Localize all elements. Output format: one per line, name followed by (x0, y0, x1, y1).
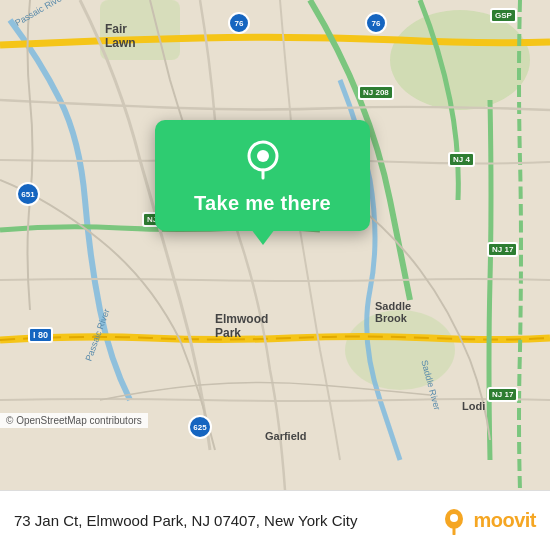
route-651-badge: 651 (16, 182, 40, 206)
moovit-logo: moovit (440, 507, 536, 535)
take-me-there-button[interactable]: Take me there (194, 190, 331, 217)
location-pin-icon (241, 138, 285, 182)
nj-4-badge: NJ 4 (448, 152, 475, 167)
svg-point-1 (390, 10, 530, 110)
moovit-pin-icon (440, 507, 468, 535)
moovit-logo-text: moovit (473, 509, 536, 532)
route-76-badge-left: 76 (228, 12, 250, 34)
gsp-badge: GSP (490, 8, 517, 23)
route-625-badge: 625 (188, 415, 212, 439)
svg-rect-3 (100, 0, 180, 60)
nj-208-badge: NJ 208 (358, 85, 394, 100)
openstreetmap-credit: © OpenStreetMap contributors (0, 413, 148, 428)
popup-card: Take me there (155, 120, 370, 231)
address-text: 73 Jan Ct, Elmwood Park, NJ 07407, New Y… (14, 512, 440, 529)
route-76-badge-right: 76 (365, 12, 387, 34)
map-container: Passaic River Passaic River Saddle River… (0, 0, 550, 490)
svg-point-2 (345, 310, 455, 390)
footer-bar: 73 Jan Ct, Elmwood Park, NJ 07407, New Y… (0, 490, 550, 550)
i-80-badge: I 80 (28, 327, 53, 343)
svg-point-7 (450, 514, 458, 522)
nj-17-badge-bottom: NJ 17 (487, 387, 518, 402)
nj-17-badge-top: NJ 17 (487, 242, 518, 257)
svg-point-5 (257, 150, 269, 162)
